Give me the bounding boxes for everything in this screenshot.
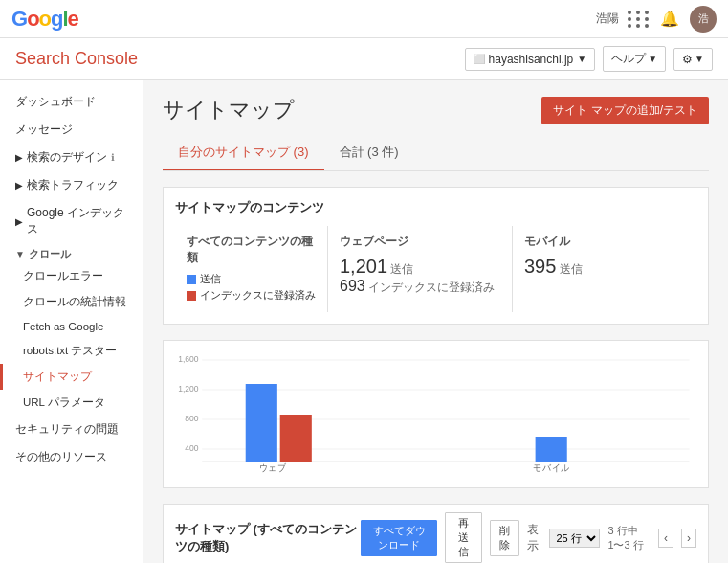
web-indexed-bar <box>280 415 312 462</box>
sidebar-item-crawl-stats[interactable]: クロールの統計情報 <box>0 289 143 315</box>
grid-icon[interactable] <box>629 9 650 30</box>
content-type-webpage: ウェブページ 1,201 送信 693 インデックスに登録済み <box>328 226 513 312</box>
tab-total[interactable]: 合計 (3 件) <box>324 136 414 170</box>
table-header: サイトマップ (すべてのコンテンツの種類) すべてダウンロード 再送信 削除 表… <box>164 505 708 563</box>
svg-text:800: 800 <box>185 414 198 423</box>
content-box: サイトマップのコンテンツ すべてのコンテンツの種類 送信 インデックスに登録済み <box>163 187 709 325</box>
tabs: 自分のサイトマップ (3) 合計 (3 件) <box>163 136 709 171</box>
sidebar-item-fetch-google[interactable]: Fetch as Google <box>0 315 143 338</box>
webpage-label: ウェブページ <box>340 234 500 250</box>
avatar[interactable]: 浩 <box>690 6 717 33</box>
sidebar-item-messages[interactable]: メッセージ <box>0 116 143 144</box>
info-icon: ℹ <box>111 152 115 163</box>
content-area: サイトマップ サイト マップの追加/テスト 自分のサイトマップ (3) 合計 (… <box>143 80 728 563</box>
delete-button[interactable]: 削除 <box>490 520 520 556</box>
settings-button[interactable]: ⚙ ▼ <box>673 48 713 71</box>
main-layout: ダッシュボード メッセージ ▶ 検索のデザイン ℹ ▶ 検索トラフィック ▶ G… <box>0 80 728 563</box>
prev-page-button[interactable]: ‹ <box>658 529 673 548</box>
rows-info: 3 行中 1〜3 行 <box>607 524 651 552</box>
tab-my-sitemaps[interactable]: 自分のサイトマップ (3) <box>163 136 324 170</box>
sidebar-item-crawl-error[interactable]: クロールエラー <box>0 263 143 289</box>
mobile-submitted-bar <box>536 437 567 462</box>
webpage-stats: 1,201 送信 <box>340 256 500 278</box>
sc-title: Search Console <box>15 49 138 69</box>
download-all-button[interactable]: すべてダウンロード <box>361 520 437 556</box>
help-button[interactable]: ヘルプ ▼ <box>603 46 666 72</box>
sidebar-item-other[interactable]: その他のリソース <box>0 443 143 471</box>
sidebar-item-robots-tester[interactable]: robots.txt テスター <box>0 338 143 364</box>
svg-text:1,600: 1,600 <box>178 354 198 364</box>
site-selector-label: hayashisanchi.jp <box>489 53 574 66</box>
sidebar: ダッシュボード メッセージ ▶ 検索のデザイン ℹ ▶ 検索トラフィック ▶ G… <box>0 80 143 563</box>
sidebar-item-google-index[interactable]: ▶ Google インデックス <box>0 199 143 243</box>
sidebar-item-security[interactable]: セキュリティの問題 <box>0 416 143 443</box>
next-page-button[interactable]: › <box>681 529 696 548</box>
webpage-indexed: 693 インデックスに登録済み <box>340 278 500 296</box>
page-title-row: サイトマップ サイト マップの追加/テスト <box>163 96 709 124</box>
sc-header: Search Console ⬜ hayashisanchi.jp ▼ ヘルプ … <box>0 38 728 80</box>
mobile-label: モバイル <box>524 234 685 250</box>
sidebar-item-url-params[interactable]: URL パラメータ <box>0 390 143 416</box>
site-selector[interactable]: ⬜ hayashisanchi.jp ▼ <box>465 48 596 71</box>
table-section: サイトマップ (すべてのコンテンツの種類) すべてダウンロード 再送信 削除 表… <box>163 504 709 563</box>
display-label: 表示 <box>527 522 541 554</box>
content-box-title: サイトマップのコンテンツ <box>175 199 696 216</box>
web-submitted-bar <box>246 384 277 462</box>
sidebar-item-search-design[interactable]: ▶ 検索のデザイン ℹ <box>0 144 143 171</box>
sidebar-item-search-traffic[interactable]: ▶ 検索トラフィック <box>0 171 143 199</box>
all-types-label: すべてのコンテンツの種類 <box>187 234 316 266</box>
add-sitemap-button[interactable]: サイト マップの追加/テスト <box>541 97 709 124</box>
reprocess-button[interactable]: 再送信 <box>445 512 482 563</box>
sidebar-item-sitemap[interactable]: サイトマップ <box>0 364 143 390</box>
topbar: Google 浩陽 🔔 浩 <box>0 0 728 38</box>
red-dot <box>187 291 196 301</box>
bar-chart: 1,600 1,200 800 400 ウェブ モバイル <box>173 350 698 475</box>
table-title: サイトマップ (すべてのコンテンツの種類) <box>175 521 361 555</box>
sidebar-section-crawl[interactable]: ▼ クロール <box>0 243 143 263</box>
svg-text:モバイル: モバイル <box>533 462 570 473</box>
notifications-icon[interactable]: 🔔 <box>659 9 680 30</box>
mobile-stats: 395 送信 <box>524 256 685 278</box>
user-name: 浩陽 <box>596 11 619 27</box>
blue-dot <box>187 275 196 284</box>
sc-header-right: ⬜ hayashisanchi.jp ▼ ヘルプ ▼ ⚙ ▼ <box>465 46 713 72</box>
chart-area: 1,600 1,200 800 400 ウェブ モバイル <box>163 340 709 488</box>
table-controls: すべてダウンロード 再送信 削除 表示 25 行 10 行 50 行 3 行中 … <box>361 512 696 563</box>
svg-text:400: 400 <box>185 443 198 453</box>
legend-indexed: インデックスに登録済み <box>187 288 316 303</box>
svg-text:1,200: 1,200 <box>178 384 198 394</box>
page-title: サイトマップ <box>163 96 295 124</box>
sidebar-item-dashboard[interactable]: ダッシュボード <box>0 88 143 116</box>
svg-text:ウェブ: ウェブ <box>259 462 288 473</box>
google-logo: Google <box>11 7 78 32</box>
content-type-all: すべてのコンテンツの種類 送信 インデックスに登録済み <box>175 226 328 312</box>
content-types: すべてのコンテンツの種類 送信 インデックスに登録済み ウェブページ 1,201 <box>175 226 696 312</box>
topbar-right: 浩陽 🔔 浩 <box>596 6 717 33</box>
legend-submitted: 送信 <box>187 272 316 286</box>
rows-per-page-select[interactable]: 25 行 10 行 50 行 <box>549 529 600 548</box>
content-type-mobile: モバイル 395 送信 <box>513 226 696 312</box>
topbar-left: Google <box>11 7 78 32</box>
